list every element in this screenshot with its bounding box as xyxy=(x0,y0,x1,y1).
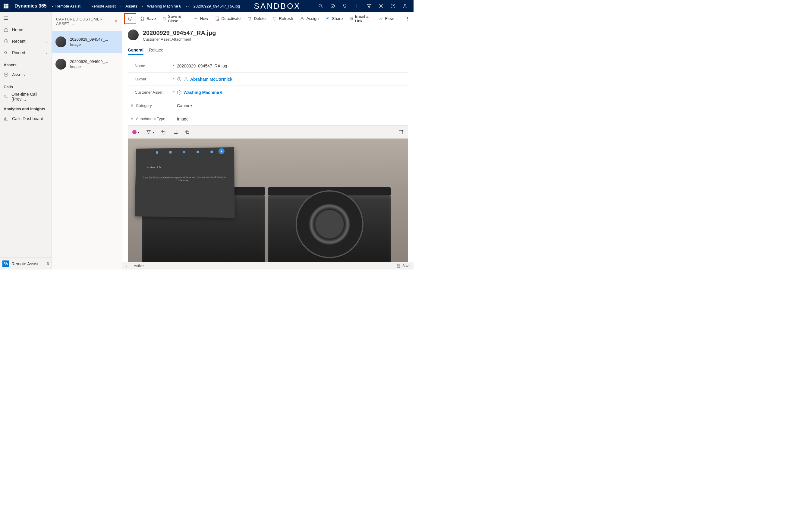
top-header: Dynamics 365 ▾ Remote Assist Remote Assi… xyxy=(0,0,414,12)
crop-tool[interactable] xyxy=(173,130,178,135)
status-bar: Active Save xyxy=(122,262,414,270)
field-label: Name xyxy=(135,63,145,68)
undo-tool[interactable] xyxy=(161,130,166,135)
flow-button[interactable]: Flow ⌄ xyxy=(375,13,402,24)
field-value: 20200929_094547_RA.jpg xyxy=(177,63,227,69)
user-icon[interactable] xyxy=(399,0,411,12)
breadcrumb-item[interactable]: Assets xyxy=(126,4,137,9)
form-row-attachment-type: Attachment Type Image xyxy=(128,112,408,125)
expand-tool[interactable] xyxy=(398,130,404,135)
save-close-button[interactable]: Save & Close xyxy=(159,13,190,24)
field-value: Abraham McCormick xyxy=(190,77,232,81)
app-switcher-label: Remote Assist xyxy=(12,261,38,266)
highlight-tool[interactable]: ▾ xyxy=(146,130,154,135)
lock-icon xyxy=(131,104,134,107)
refresh-button[interactable]: Refresh xyxy=(269,13,296,24)
breadcrumb-item[interactable]: 20200929_094547_RA.jpg xyxy=(193,4,240,9)
deactivate-button[interactable]: Deactivate xyxy=(212,13,244,24)
field-value: Capture xyxy=(177,103,192,108)
breadcrumb-item[interactable]: Remote Assist xyxy=(91,4,116,9)
cmd-label: Save xyxy=(146,16,156,21)
share-button[interactable]: Share xyxy=(322,13,346,24)
customer-asset-field[interactable]: Washing Machine 6 xyxy=(177,88,401,97)
breadcrumb-item[interactable]: Washing Machine 6 xyxy=(147,4,182,9)
image-preview[interactable]: ← Hvac 2 ✎ Use the buttons above to capt… xyxy=(128,138,408,262)
rotate-tool[interactable] xyxy=(185,130,190,135)
hamburger-icon[interactable] xyxy=(0,12,52,24)
cmd-label: Deactivate xyxy=(221,16,241,21)
tab-related[interactable]: Related xyxy=(149,46,163,55)
svg-point-10 xyxy=(128,17,132,20)
list-thumb-icon xyxy=(56,59,66,70)
svg-rect-21 xyxy=(131,119,133,120)
nav-recent-label: Recent xyxy=(12,39,25,44)
cmd-label: Delete xyxy=(254,16,265,21)
assign-button[interactable]: Assign xyxy=(297,13,322,24)
form-row-customer-asset: Customer Asset * Washing Machine 6 xyxy=(128,86,408,99)
delete-button[interactable]: Delete xyxy=(244,13,269,24)
list-item[interactable]: 20200929_094609_... Image xyxy=(52,53,122,75)
cmd-label: Share xyxy=(332,16,343,21)
nav-pinned[interactable]: Pinned ⌄ xyxy=(0,47,52,58)
form-row-category: Category Capture xyxy=(128,99,408,112)
list-thumb-icon xyxy=(56,36,66,47)
nav-pinned-label: Pinned xyxy=(12,50,25,55)
breadcrumb-sep: › xyxy=(120,4,121,9)
color-picker-tool[interactable]: ▾ xyxy=(132,130,139,134)
svg-point-2 xyxy=(331,4,335,8)
plus-icon[interactable] xyxy=(351,0,363,12)
search-icon[interactable] xyxy=(315,0,327,12)
list-item-title: 20200929_094609_... xyxy=(70,59,108,64)
svg-point-7 xyxy=(393,7,393,7)
nav-item-onetime-call[interactable]: One-time Call (Previ... xyxy=(0,91,52,102)
svg-point-19 xyxy=(185,77,187,79)
email-link-button[interactable]: Email a Link xyxy=(346,13,375,24)
close-icon[interactable]: ✕ xyxy=(114,19,118,24)
svg-point-16 xyxy=(301,17,303,18)
form-row-owner: Owner * Abraham McCormick xyxy=(128,73,408,86)
chevron-down-icon[interactable]: ▾ xyxy=(52,4,53,8)
list-panel-title: CAPTURED CUSTOMER ASSET ... xyxy=(56,17,114,26)
overflow-icon[interactable]: ⋮ xyxy=(403,16,412,21)
breadcrumb-item[interactable]: Remote Assist xyxy=(56,4,81,9)
save-button[interactable]: Save xyxy=(137,13,159,24)
status-label: Active xyxy=(134,264,144,268)
list-item-title: 20200929_094547_... xyxy=(70,37,108,42)
breadcrumb-sep: › › xyxy=(185,4,189,9)
nav-item-assets[interactable]: Assets xyxy=(0,69,52,80)
cmd-label: Email a Link xyxy=(355,14,372,23)
task-icon[interactable] xyxy=(327,0,339,12)
command-bar: Save Save & Close New Deactivate Delete … xyxy=(122,12,414,25)
expand-icon[interactable] xyxy=(126,263,130,268)
back-button[interactable] xyxy=(124,13,136,24)
save-status-button[interactable]: Save xyxy=(396,264,410,268)
gear-icon[interactable] xyxy=(375,0,387,12)
required-icon: * xyxy=(173,77,175,81)
owner-field[interactable]: Abraham McCormick xyxy=(177,74,401,84)
svg-rect-23 xyxy=(399,131,403,134)
chevron-down-icon: ⌄ xyxy=(45,51,48,55)
person-icon xyxy=(184,77,188,81)
filter-icon[interactable] xyxy=(363,0,375,12)
tab-general[interactable]: General xyxy=(128,46,144,55)
tabs: General Related xyxy=(128,46,408,56)
app-launcher-icon[interactable] xyxy=(0,0,12,12)
nav-item-calls-dashboard[interactable]: Calls Dashboard xyxy=(0,113,52,124)
list-item-sub: Image xyxy=(70,64,108,69)
help-icon[interactable] xyxy=(387,0,399,12)
list-item[interactable]: 20200929_094547_... Image xyxy=(52,31,122,53)
record-header: 20200929_094547_RA.jpg Customer Asset At… xyxy=(128,30,408,42)
nav-item-label: Calls Dashboard xyxy=(12,116,43,121)
app-switcher[interactable]: RA Remote Assist ⇅ xyxy=(0,257,52,270)
name-field[interactable]: 20200929_094547_RA.jpg xyxy=(177,61,401,71)
ar-panel-title: ← Hvac 2 ✎ xyxy=(147,166,161,169)
form-card: Name * 20200929_094547_RA.jpg Owner * xyxy=(128,59,408,262)
required-icon: * xyxy=(173,63,175,68)
nav-recent[interactable]: Recent ⌄ xyxy=(0,35,52,47)
box-icon xyxy=(177,90,182,95)
nav-home[interactable]: Home xyxy=(0,24,52,35)
lightbulb-icon[interactable] xyxy=(339,0,351,12)
cmd-label: Refresh xyxy=(279,16,293,21)
cmd-label: Assign xyxy=(306,16,319,21)
new-button[interactable]: New xyxy=(190,13,211,24)
